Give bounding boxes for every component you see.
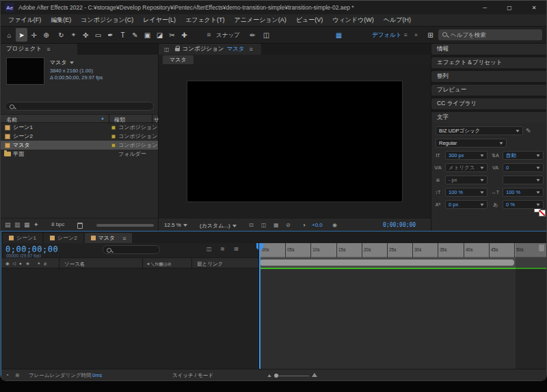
timeline-tab-master[interactable]: マスタ ≡ [85,233,133,243]
bit-depth-label[interactable]: 8 bpc [51,221,65,227]
timeline-zoom-slider[interactable] [276,376,309,376]
brush-tool-icon[interactable]: ✎ [129,28,141,42]
puppet-tool-icon[interactable]: ✚ [178,28,190,42]
selection-tool-icon[interactable]: ➤ [16,28,27,42]
snapshot-camera-icon[interactable]: ◉ [332,222,337,228]
source-name-column-label[interactable]: ソース名 [64,261,85,268]
apps-icon[interactable]: ⊞ [425,28,436,42]
chevron-down-icon[interactable] [70,61,74,64]
tab-project[interactable]: プロジェクト ≡ [1,44,77,55]
channels-icon[interactable]: ⊘ [286,222,291,228]
transparency-grid-icon[interactable]: ◫ [261,222,267,228]
label-column-icon[interactable]: ✦ [37,261,40,266]
tsume-dropdown[interactable]: 0 % [503,200,544,209]
minimize-button[interactable]: ─ [472,1,497,14]
label-color-swatch[interactable] [111,126,116,130]
horizontal-scrollbar[interactable] [96,224,154,227]
menu-composition[interactable]: コンポジション(C) [76,14,138,26]
vertical-scale-dropdown[interactable]: 100 % [445,188,488,197]
panel-header-info[interactable]: 情報 [431,44,547,55]
timeline-zoom-handle[interactable] [274,374,278,378]
tab-composition[interactable]: ◫ コンポジション マスタ ≡ [159,44,261,55]
solo-column-icon[interactable]: ● [19,261,22,266]
grid-guides-icon[interactable]: ▦ [274,222,279,228]
project-row-master-selected[interactable]: マスタ コンポジション [1,141,158,150]
delete-icon[interactable] [77,223,83,229]
timeline-current-timecode[interactable]: 0;00;00;00 [5,244,58,254]
magnification-dropdown[interactable]: 12.5 % [164,222,187,228]
parent-link-column-label[interactable]: 親とリンク [197,261,223,268]
composition-frame[interactable] [187,81,403,202]
viewer-tab-master[interactable]: マスタ [163,55,194,64]
grid-blue-icon[interactable]: ▦ [333,28,345,42]
panel-header-character[interactable]: 文字 [431,112,547,123]
composition-mini-flowchart-icon[interactable]: ◫ [206,246,212,252]
panel-header-effects[interactable]: エフェクト＆プリセット [431,57,547,68]
help-search-box[interactable] [438,29,542,40]
workspace-menu-icon[interactable]: ≡ [404,31,408,38]
snap-label[interactable]: スナップ [216,31,240,40]
panel-options-icon[interactable]: ◫ [261,28,272,42]
menu-animation[interactable]: アニメーション(A) [230,14,291,26]
panel-header-align[interactable]: 整列 [431,71,547,82]
panel-header-preview[interactable]: プレビュー [431,85,547,96]
panel-menu-icon[interactable]: ≡ [250,46,253,53]
panel-menu-icon[interactable]: ≡ [46,46,50,53]
zoom-tool-icon[interactable]: ⊕ [40,28,52,42]
workspace-more-icon[interactable]: » [414,31,418,38]
kerning-dropdown[interactable]: メトリクス [445,163,488,172]
close-button[interactable]: ✕ [522,1,546,14]
camera-tool-icon[interactable]: ⌖ [68,28,79,42]
pen-tool-icon[interactable]: ✒ [105,28,116,42]
label-color-swatch[interactable] [111,143,116,148]
panel-header-libraries[interactable]: CC ライブラリ [431,98,547,109]
column-divider[interactable] [142,258,143,269]
new-composition-icon[interactable]: ▦ [24,221,30,228]
resolution-dropdown[interactable]: (カスタム...) [200,222,237,229]
work-area-bar[interactable] [260,260,514,266]
panel-menu-icon[interactable]: ≡ [122,235,126,242]
time-ruler[interactable]: 00s 05s 10s 15s 20s 25s 30s 35s 40s 45s … [258,243,546,257]
orbit-camera-tool-icon[interactable]: ↻ [55,28,67,42]
project-row-scene1[interactable]: シーン1 コンポジション [1,123,158,132]
font-family-dropdown[interactable]: BIZ UDPゴシック [436,126,523,135]
hand-tool-icon[interactable]: ✛ [28,28,40,42]
project-row-scene2[interactable]: シーン2 コンポジション [1,132,158,141]
new-folder-icon[interactable]: ▥ [14,221,21,228]
composition-viewer[interactable] [159,64,431,218]
horizontal-scale-dropdown[interactable]: 100 % [503,188,544,197]
column-divider[interactable] [59,258,59,269]
exposure-value[interactable]: +0.0 [312,222,323,228]
menu-view[interactable]: ビュー(V) [291,14,328,26]
column-divider[interactable] [191,258,192,269]
type-tool-icon[interactable]: T [117,28,129,42]
menu-effect[interactable]: エフェクト(T) [181,14,230,26]
menu-edit[interactable]: 編集(E) [46,14,76,26]
timeline-tab-scene2[interactable]: シーン2 [44,233,83,243]
shape-tool-icon[interactable]: ▭ [92,28,104,42]
zoom-out-mountain-icon[interactable] [267,374,271,377]
index-column-label[interactable]: # [44,261,46,267]
project-row-solids-folder[interactable]: 平面 フォルダー [1,150,158,158]
menu-window[interactable]: ウィンドウ(W) [328,14,379,26]
eraser-tool-icon[interactable]: ◪ [154,28,165,42]
region-of-interest-icon[interactable]: ⊡ [249,222,254,228]
help-search-input[interactable] [451,31,533,38]
exposure-icon[interactable]: ◑ [302,222,306,228]
lock-icon[interactable] [175,48,180,51]
draft-3d-icon[interactable]: ≋ [220,246,225,252]
tracking-dropdown[interactable]: 0 [503,163,544,172]
sort-ascending-icon[interactable]: ▲ [101,116,105,120]
menu-file[interactable]: ファイル(F) [3,14,46,26]
graph-editor-icon[interactable]: ⊞ [234,246,239,252]
project-search-field[interactable] [5,102,154,111]
leading-dropdown[interactable]: 自動 [503,151,544,160]
pencil-options-icon[interactable]: ✏ [247,28,258,42]
maximize-button[interactable]: ▢ [497,1,522,14]
zoom-in-mountain-icon[interactable] [312,373,317,377]
viewer-timecode[interactable]: 0;00;00;00 [383,222,416,228]
stroke-color-swatch[interactable] [539,210,546,216]
eyedropper-icon[interactable]: ✐ [524,128,531,133]
roto-brush-tool-icon[interactable]: ✂ [166,28,178,42]
pane-divider[interactable] [258,243,259,369]
